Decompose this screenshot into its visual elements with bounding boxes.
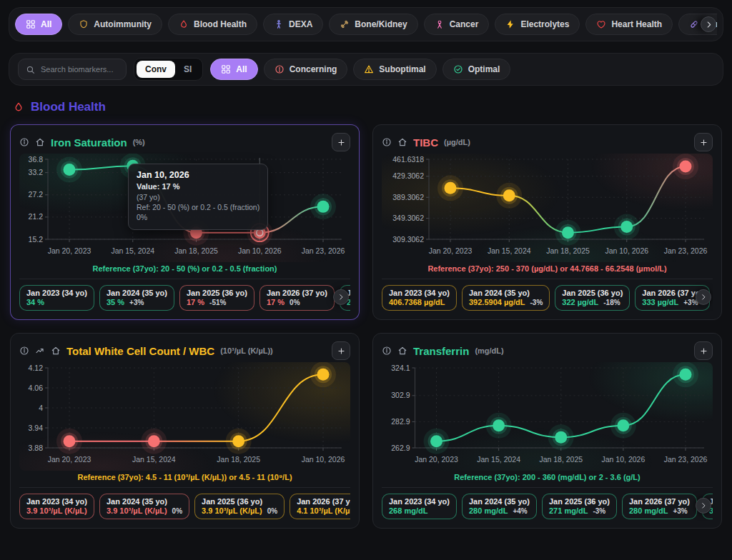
chart-tibc: 461.6318429.3062389.3062349.3062309.3062… bbox=[382, 154, 713, 262]
y-axis-tick: 15.2 bbox=[29, 235, 44, 244]
result-badge[interactable]: Jan 2025 (36 yo)3.9 10³/µL (K/µL)0% bbox=[194, 494, 285, 519]
add-button[interactable] bbox=[694, 341, 713, 360]
filter-bar: Conv SI AllConcerningSuboptimalOptimal bbox=[9, 53, 723, 86]
person-icon bbox=[274, 19, 284, 29]
result-badge[interactable]: Jan 2024 (35 yo)35 %+3% bbox=[99, 285, 174, 311]
data-point[interactable] bbox=[555, 431, 567, 444]
x-axis-tick: Jan 18, 2025 bbox=[539, 455, 583, 464]
badge-change: +4% bbox=[513, 507, 527, 515]
info-button[interactable] bbox=[382, 137, 392, 147]
data-point[interactable] bbox=[317, 369, 330, 381]
nav-item-heart-health[interactable]: Heart Health bbox=[585, 14, 673, 35]
nav-item-dexa[interactable]: DEXA bbox=[263, 14, 323, 35]
result-badge[interactable]: Jan 2024 (35 yo)280 mg/dL+4% bbox=[462, 494, 537, 519]
data-point[interactable] bbox=[232, 435, 244, 447]
add-button[interactable] bbox=[332, 341, 350, 360]
nav-item-electrolytes[interactable]: Electrolytes bbox=[495, 14, 580, 35]
badges-scroll-right-button[interactable] bbox=[696, 498, 711, 514]
badge-value: 280 mg/dL bbox=[629, 506, 668, 515]
nav-scroll-right-button[interactable] bbox=[701, 16, 716, 32]
home-button[interactable] bbox=[397, 137, 407, 147]
result-badge[interactable]: Jan 2023 (34 yo)268 mg/dL bbox=[382, 494, 457, 519]
badge-row: Jan 2023 (34 yo)34 %Jan 2024 (35 yo)35 %… bbox=[19, 279, 350, 314]
tooltip-age: (37 yo) bbox=[137, 192, 259, 202]
data-point[interactable] bbox=[617, 419, 629, 431]
section-title: Blood Health bbox=[31, 100, 106, 114]
data-point[interactable] bbox=[493, 419, 505, 431]
badge-value: 280 mg/dL bbox=[469, 506, 508, 515]
nav-item-blood-health[interactable]: Blood Health bbox=[168, 14, 257, 35]
home-button[interactable] bbox=[51, 346, 61, 356]
data-point[interactable] bbox=[562, 226, 574, 239]
x-axis-tick: Jan 20, 2023 bbox=[48, 246, 92, 255]
home-button[interactable] bbox=[397, 346, 407, 356]
data-point[interactable] bbox=[680, 161, 692, 173]
nav-item-label: Electrolytes bbox=[520, 19, 569, 29]
result-badge[interactable]: Jan 2026 (37 yo)4.1 10³/µL (K/µL)+5% bbox=[290, 494, 350, 519]
x-axis-tick: Jan 18, 2025 bbox=[174, 246, 218, 255]
data-point[interactable] bbox=[317, 201, 330, 213]
result-badge[interactable]: Jan 2025 (36 yo)322 µg/dL-18% bbox=[555, 285, 630, 311]
result-badge[interactable]: Jan 2026 (37 yo)280 mg/dL+3% bbox=[622, 494, 697, 519]
badge-value: 17 % bbox=[187, 298, 204, 306]
filter-concerning[interactable]: Concerning bbox=[264, 59, 348, 80]
badge-date: Jan 2025 (36 yo) bbox=[549, 497, 610, 506]
badge-date: Jan 2024 (35 yo) bbox=[469, 497, 530, 506]
x-axis-tick: Jan 15, 2024 bbox=[488, 246, 531, 255]
home-button[interactable] bbox=[35, 137, 45, 147]
data-point[interactable] bbox=[148, 435, 160, 447]
data-point[interactable] bbox=[680, 369, 692, 381]
x-axis-tick: Jan 20, 2023 bbox=[429, 246, 473, 255]
add-button[interactable] bbox=[332, 133, 350, 151]
search-input[interactable] bbox=[41, 65, 121, 74]
filter-all[interactable]: All bbox=[210, 59, 257, 80]
data-point[interactable] bbox=[503, 189, 515, 201]
filter-suboptimal[interactable]: Suboptimal bbox=[353, 59, 436, 80]
grid-icon bbox=[26, 19, 36, 29]
result-badge[interactable]: Jan 2023 (34 yo)406.7368 µg/dL bbox=[382, 285, 457, 311]
badges-scroll-right-button[interactable] bbox=[333, 289, 349, 305]
badge-date: Jan 2024 (35 yo) bbox=[107, 289, 167, 297]
result-badge[interactable]: Jan 2023 (34 yo)34 % bbox=[19, 285, 94, 311]
badge-value: 3.9 10³/µL (K/µL) bbox=[107, 506, 167, 515]
result-badge[interactable]: Jan 2025 (36 yo)17 %-51% bbox=[179, 285, 254, 311]
filter-optimal[interactable]: Optimal bbox=[442, 59, 511, 80]
data-point[interactable] bbox=[64, 164, 76, 176]
badge-row: Jan 2023 (34 yo)3.9 10³/µL (K/µL)Jan 202… bbox=[19, 487, 350, 522]
nav-item-label: Blood Health bbox=[194, 19, 247, 29]
y-axis-tick: 262.9 bbox=[391, 444, 410, 452]
lightning-icon bbox=[505, 19, 515, 29]
card-header: Total White Cell Count / WBC(10³/µL (K/µ… bbox=[19, 341, 350, 361]
info-button[interactable] bbox=[19, 346, 29, 356]
unit-toggle-conv[interactable]: Conv bbox=[137, 61, 175, 78]
badge-value: 35 % bbox=[107, 298, 124, 306]
badge-line: 17 %0% bbox=[267, 298, 327, 306]
info-button[interactable] bbox=[19, 137, 29, 147]
result-badge[interactable]: Jan 2023 (34 yo)3.9 10³/µL (K/µL) bbox=[19, 494, 94, 519]
badges-scroll-right-button[interactable] bbox=[696, 289, 711, 305]
y-axis-tick: 21.2 bbox=[29, 212, 44, 221]
data-point[interactable] bbox=[430, 435, 442, 447]
data-point[interactable] bbox=[64, 435, 76, 447]
data-point[interactable] bbox=[620, 221, 633, 233]
nav-item-all[interactable]: All bbox=[15, 14, 62, 35]
result-badge[interactable]: Jan 2026 (37 yo)17 %0% bbox=[259, 285, 335, 311]
nav-item-autoimmunity[interactable]: Autoimmunity bbox=[68, 14, 162, 35]
x-axis-tick: Jan 10, 2026 bbox=[238, 246, 282, 255]
nav-item-bone-kidney[interactable]: Bone/Kidney bbox=[329, 14, 417, 35]
info-button[interactable] bbox=[382, 346, 392, 356]
result-badge[interactable]: Jan 2024 (35 yo)3.9 10³/µL (K/µL)0% bbox=[99, 494, 189, 519]
badge-change: 0% bbox=[290, 299, 300, 306]
card-title: TIBC bbox=[413, 136, 438, 149]
add-button[interactable] bbox=[694, 133, 713, 151]
card-header: TIBC(µg/dL) bbox=[382, 132, 713, 152]
badge-line: 271 mg/dL-3% bbox=[549, 506, 610, 515]
nav-item-cancer[interactable]: Cancer bbox=[424, 14, 490, 35]
result-badge[interactable]: Jan 2025 (36 yo)271 mg/dL-3% bbox=[542, 494, 617, 519]
y-axis-tick: 4 bbox=[39, 404, 43, 412]
filter-label: Suboptimal bbox=[379, 64, 425, 74]
data-point[interactable] bbox=[445, 182, 457, 194]
search-box[interactable] bbox=[18, 59, 127, 80]
result-badge[interactable]: Jan 2024 (35 yo)392.5904 µg/dL-3% bbox=[462, 285, 550, 311]
unit-toggle-si[interactable]: SI bbox=[175, 61, 200, 78]
